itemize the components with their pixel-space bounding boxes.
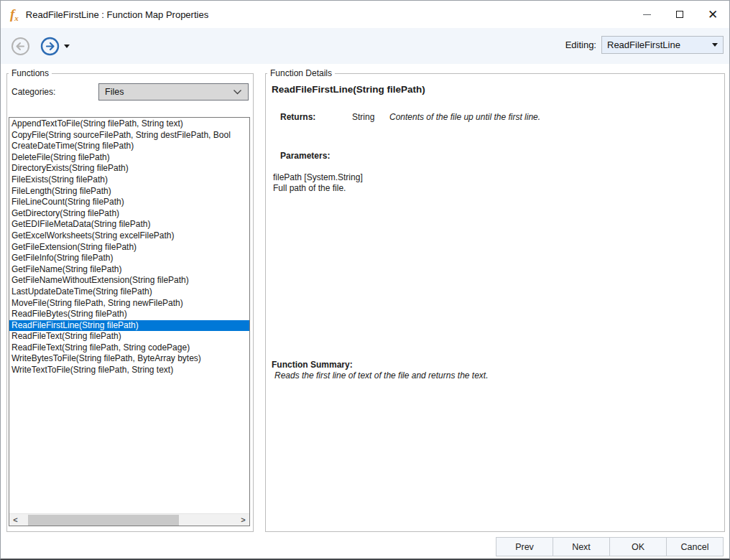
returns-type: String [352, 112, 389, 122]
parameter-name: filePath [System.String] [273, 172, 719, 183]
window-title: ReadFileFirstLine : Function Map Propert… [26, 9, 208, 20]
function-summary-text: Reads the first line of text of the file… [272, 370, 489, 381]
scroll-right-icon[interactable]: > [237, 514, 249, 526]
list-item[interactable]: AppendTextToFile(String filePath, String… [9, 118, 249, 130]
list-item[interactable]: GetFileInfo(String filePath) [9, 253, 249, 264]
list-item[interactable]: WriteBytesToFile(String filePath, ByteAr… [9, 353, 249, 365]
list-item[interactable]: FileLength(String filePath) [9, 186, 249, 197]
forward-dropdown-caret-icon[interactable] [64, 45, 70, 48]
list-item[interactable]: DirectoryExists(String filePath) [9, 163, 249, 174]
returns-label: Returns: [280, 112, 352, 122]
function-details-title: Function Details [267, 68, 335, 78]
scroll-left-icon[interactable]: < [9, 514, 22, 526]
ok-button[interactable]: OK [609, 537, 667, 556]
list-item[interactable]: MoveFile(String filePath, String newFile… [9, 298, 249, 309]
categories-dropdown-value: Files [105, 87, 124, 97]
function-signature: ReadFileFirstLine(String filePath) [272, 84, 719, 95]
maximize-icon [676, 11, 683, 18]
list-item[interactable]: ReadFileBytes(String filePath) [9, 309, 249, 320]
function-summary-label: Function Summary: [272, 360, 489, 370]
functions-panel: Functions Categories: Files AppendTextTo… [6, 68, 254, 532]
scrollbar-thumb[interactable] [28, 515, 179, 526]
close-button[interactable]: ✕ [696, 1, 729, 28]
list-item[interactable]: GetFileNameWithoutExtension(String fileP… [9, 275, 249, 286]
functions-panel-title: Functions [9, 68, 52, 78]
categories-label: Categories: [11, 87, 98, 97]
list-item[interactable]: CopyFile(String sourceFilePath, String d… [9, 130, 249, 141]
editing-dropdown-value: ReadFileFirstLine [607, 39, 680, 50]
forward-button[interactable] [40, 37, 60, 56]
fx-app-icon: fx [10, 7, 19, 22]
list-item[interactable]: FileExists(String filePath) [9, 174, 249, 186]
parameters-label: Parameters: [272, 151, 719, 161]
scrollbar-track[interactable] [22, 514, 237, 526]
next-button[interactable]: Next [553, 537, 610, 556]
toolbar: Editing: ReadFileFirstLine [1, 28, 729, 64]
list-item[interactable]: ReadFileText(String filePath, String cod… [9, 342, 249, 354]
back-arrow-icon [11, 37, 30, 56]
chevron-down-icon [712, 43, 718, 47]
footer-button-bar: Prev Next OK Cancel [496, 537, 724, 556]
returns-description: Contents of the file up until the first … [389, 112, 540, 122]
list-item[interactable]: DeleteFile(String filePath) [9, 152, 249, 164]
function-details-panel: Function Details ReadFileFirstLine(Strin… [265, 68, 725, 532]
list-item[interactable]: FileLineCount(String filePath) [9, 197, 249, 208]
titlebar: fx ReadFileFirstLine : Function Map Prop… [1, 1, 729, 28]
forward-arrow-icon [40, 37, 60, 56]
list-item[interactable]: GetFileExtension(String filePath) [9, 242, 249, 253]
editing-label: Editing: [565, 39, 596, 50]
prev-button[interactable]: Prev [496, 537, 553, 556]
parameter-description: Full path of the file. [273, 183, 719, 194]
list-item[interactable]: WriteTextToFile(String filePath, String … [9, 365, 249, 376]
cancel-button[interactable]: Cancel [666, 537, 724, 556]
list-item[interactable]: CreateDateTime(String filePath) [9, 141, 249, 152]
maximize-button[interactable] [663, 1, 696, 28]
function-map-properties-dialog: fx ReadFileFirstLine : Function Map Prop… [0, 0, 730, 560]
list-item[interactable]: GetDirectory(String filePath) [9, 208, 249, 220]
back-button[interactable] [11, 37, 30, 56]
list-item[interactable]: GetFileName(String filePath) [9, 264, 249, 276]
list-item[interactable]: GetEDIFileMetaData(String filePath) [9, 219, 249, 230]
function-listbox: AppendTextToFile(String filePath, String… [9, 117, 250, 526]
list-item[interactable]: ReadFileFirstLine(String filePath) [9, 320, 249, 332]
list-item[interactable]: GetExcelWorksheets(String excelFilePath) [9, 230, 249, 242]
close-icon: ✕ [708, 9, 718, 21]
list-item[interactable]: ReadFileText(String filePath) [9, 331, 249, 342]
list-item[interactable]: LastUpdateDateTime(String filePath) [9, 286, 249, 298]
categories-dropdown[interactable]: Files [98, 83, 249, 101]
function-list: AppendTextToFile(String filePath, String… [9, 118, 249, 513]
horizontal-scrollbar[interactable]: < > [9, 513, 249, 526]
minimize-button[interactable] [630, 1, 663, 28]
chevron-down-icon [233, 89, 242, 95]
editing-dropdown[interactable]: ReadFileFirstLine [601, 36, 724, 54]
minimize-icon [643, 14, 651, 15]
